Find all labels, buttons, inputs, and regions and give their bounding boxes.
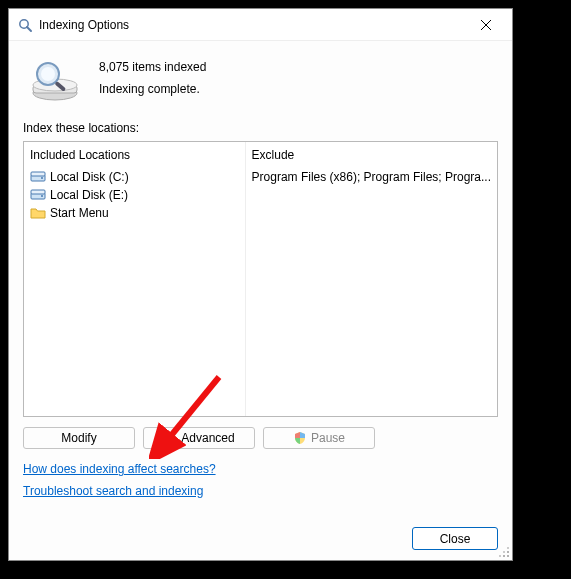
list-item[interactable]: Local Disk (C:): [30, 168, 239, 186]
svg-rect-14: [31, 190, 45, 194]
svg-point-17: [507, 555, 509, 557]
svg-point-12: [41, 177, 43, 179]
drive-icon: [30, 188, 46, 202]
svg-point-20: [499, 555, 501, 557]
title-bar: Indexing Options: [9, 9, 512, 41]
folder-icon: [30, 206, 46, 220]
magnifier-drive-icon: [27, 55, 83, 103]
indexed-count: 8,075 items indexed: [99, 57, 206, 79]
svg-point-8: [41, 67, 55, 81]
indexing-options-window: Indexing Options 8,075 items ind: [8, 8, 513, 561]
shield-icon: [163, 431, 177, 445]
how-indexing-link[interactable]: How does indexing affect searches?: [23, 459, 216, 481]
buttons-row: Modify Advanced Pause: [23, 427, 498, 449]
list-item[interactable]: Start Menu: [30, 204, 239, 222]
pause-button: Pause: [263, 427, 375, 449]
exclude-value: [252, 188, 491, 190]
exclude-header: Exclude: [252, 146, 491, 168]
app-icon: [17, 17, 33, 33]
locations-label: Index these locations:: [23, 121, 498, 135]
shield-icon: [293, 431, 307, 445]
drive-icon: [30, 170, 46, 184]
close-icon[interactable]: [466, 11, 506, 39]
exclude-value: Program Files (x86); Program Files; Prog…: [252, 168, 491, 186]
troubleshoot-link[interactable]: Troubleshoot search and indexing: [23, 481, 203, 503]
svg-point-21: [503, 551, 505, 553]
location-label: Local Disk (E:): [50, 187, 128, 203]
content-area: 8,075 items indexed Indexing complete. I…: [9, 41, 512, 560]
svg-point-15: [41, 195, 43, 197]
svg-point-18: [503, 555, 505, 557]
footer: Close: [23, 517, 498, 550]
modify-button[interactable]: Modify: [23, 427, 135, 449]
indexing-state: Indexing complete.: [99, 79, 206, 101]
included-header: Included Locations: [30, 146, 239, 168]
svg-point-22: [507, 547, 509, 549]
svg-rect-11: [31, 172, 45, 176]
help-links: How does indexing affect searches? Troub…: [23, 459, 498, 502]
location-label: Start Menu: [50, 205, 109, 221]
close-button[interactable]: Close: [412, 527, 498, 550]
location-label: Local Disk (C:): [50, 169, 129, 185]
window-title: Indexing Options: [39, 18, 466, 32]
svg-point-19: [507, 551, 509, 553]
advanced-button[interactable]: Advanced: [143, 427, 255, 449]
locations-list: Included Locations Local Disk (C:) Local…: [23, 141, 498, 417]
resize-grip-icon[interactable]: [498, 546, 510, 558]
list-item[interactable]: Local Disk (E:): [30, 186, 239, 204]
svg-line-1: [27, 27, 31, 31]
status-area: 8,075 items indexed Indexing complete.: [23, 55, 498, 103]
